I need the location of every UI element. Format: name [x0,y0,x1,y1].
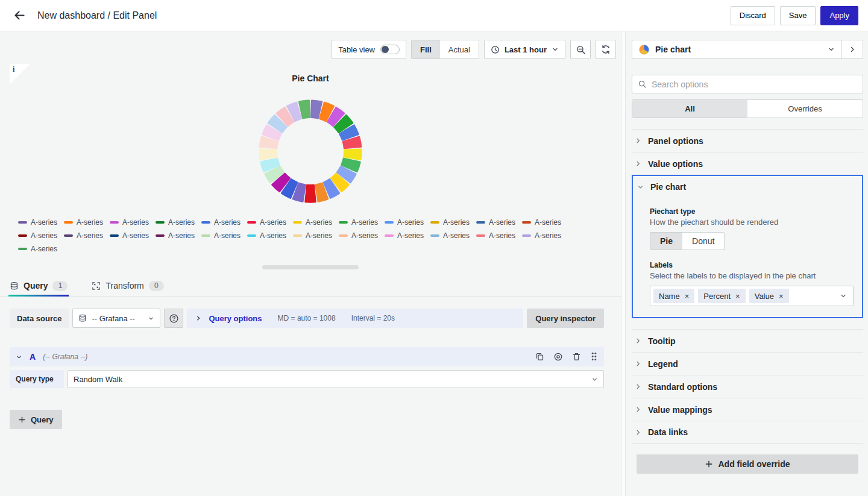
legend-item[interactable]: A-series [64,229,110,242]
chevron-down-icon [16,354,22,360]
collapse-pane-button[interactable] [841,40,863,58]
legend-item[interactable]: A-series [293,229,339,242]
datasource-help-button[interactable] [164,309,183,328]
piechart-type-desc: How the piechart should be rendered [650,218,854,227]
section-legend[interactable]: Legend [632,352,863,375]
table-view-switch[interactable] [380,45,400,54]
piechart-type-pie[interactable]: Pie [650,233,682,250]
legend-item[interactable]: A-series [110,216,156,229]
filter-tab-overrides[interactable]: Overrides [747,100,863,118]
zoom-out-button[interactable] [570,40,591,59]
back-button[interactable] [10,6,29,25]
fill-option[interactable]: Fill [412,40,440,58]
legend-swatch [156,234,165,237]
chevron-right-icon [849,46,856,53]
section-panel-options[interactable]: Panel options [632,129,863,152]
top-header: New dashboard / Edit Panel Discard Save … [0,0,868,31]
add-field-override-button[interactable]: Add field override [637,454,858,474]
legend-item[interactable]: A-series [385,216,430,229]
query-type-label: Query type [10,370,64,388]
tab-query[interactable]: Query 1 [10,275,68,296]
legend-item[interactable]: A-series [156,216,201,229]
legend-item[interactable]: A-series [522,229,568,242]
legend-swatch [201,234,210,237]
add-query-button[interactable]: Query [10,410,62,429]
section-label: Tooltip [648,336,676,346]
section-pie-chart: Pie chart Piechart type How the piechart… [632,175,863,318]
legend-item[interactable]: A-series [385,229,430,242]
time-range-picker[interactable]: Last 1 hour [484,40,565,59]
legend-item[interactable]: A-series [339,229,385,242]
query-ref-id: A [30,352,36,362]
section-data-links[interactable]: Data links [632,421,863,444]
hide-query-button[interactable] [553,352,563,362]
panel-info-corner[interactable]: i [10,64,30,84]
pie-chart-icon [638,44,650,55]
duplicate-query-button[interactable] [535,352,544,362]
main-scrollbar[interactable] [621,31,626,496]
legend-label: A-series [31,245,57,253]
legend-item[interactable]: A-series [18,216,64,229]
legend-item[interactable]: A-series [476,216,522,229]
pie-slice[interactable] [344,149,361,159]
legend-item[interactable]: A-series [430,216,476,229]
query-row-header[interactable]: A (-- Grafana --) [10,347,604,366]
labels-label: Labels [650,261,854,269]
options-filter-tabs: All Overrides [632,99,863,118]
legend-item[interactable]: A-series [476,229,522,242]
datasource-select[interactable]: -- Grafana -- [72,309,160,328]
section-value-mappings[interactable]: Value mappings [632,398,863,421]
pie-slice[interactable] [306,185,315,202]
viz-toolbar: Table view Fill Actual Last 1 hour [0,31,621,59]
remove-chip-icon[interactable]: × [779,292,784,301]
legend-swatch [64,221,73,224]
legend-item[interactable]: A-series [247,216,293,229]
remove-chip-icon[interactable]: × [685,292,690,301]
section-standard-options[interactable]: Standard options [632,375,863,398]
options-search-input[interactable] [652,80,857,89]
legend-item[interactable]: A-series [201,216,247,229]
header-actions: Discard Save Apply [731,6,858,25]
refresh-button[interactable] [596,40,616,59]
query-type-select[interactable]: Random Walk [68,370,604,388]
remove-chip-icon[interactable]: × [735,292,740,301]
legend-item[interactable]: A-series [110,229,156,242]
section-value-options[interactable]: Value options [632,152,863,175]
chevron-down-icon [637,184,644,190]
legend-item[interactable]: A-series [156,229,201,242]
discard-button[interactable]: Discard [731,6,775,25]
legend-item[interactable]: A-series [522,216,568,229]
legend-item[interactable]: A-series [430,229,476,242]
legend-item[interactable]: A-series [64,216,110,229]
panel-resize-handle[interactable] [262,265,359,269]
section-label: Value mappings [648,405,712,415]
query-options-label: Query options [209,314,262,323]
apply-button[interactable]: Apply [820,6,858,25]
chevron-down-icon [840,292,847,300]
tab-transform[interactable]: Transform 0 [92,275,163,296]
piechart-type-donut[interactable]: Donut [682,233,724,250]
save-button[interactable]: Save [780,6,816,25]
actual-option[interactable]: Actual [440,40,479,58]
pie-section-header[interactable]: Pie chart [633,176,862,198]
legend-item[interactable]: A-series [247,229,293,242]
label-chip: Value× [749,289,789,303]
legend-label: A-series [168,218,195,227]
table-view-toggle[interactable]: Table view [332,40,406,59]
query-options-toggle[interactable]: Query options [195,314,262,323]
delete-query-button[interactable] [572,352,581,362]
legend-item[interactable]: A-series [201,229,247,242]
drag-handle[interactable] [590,352,598,362]
labels-multiselect[interactable]: Name×Percent×Value× [650,286,854,306]
legend-label: A-series [260,218,286,227]
filter-tab-all[interactable]: All [632,100,747,118]
legend-item[interactable]: A-series [339,216,385,229]
options-search[interactable] [632,75,863,93]
legend-item[interactable]: A-series [293,216,339,229]
section-tooltip[interactable]: Tooltip [632,329,863,352]
legend-item[interactable]: A-series [18,242,64,256]
query-inspector-button[interactable]: Query inspector [527,309,604,328]
pie-slice[interactable] [260,149,277,159]
legend-item[interactable]: A-series [18,229,64,242]
viz-picker-select[interactable]: Pie chart [632,40,841,58]
